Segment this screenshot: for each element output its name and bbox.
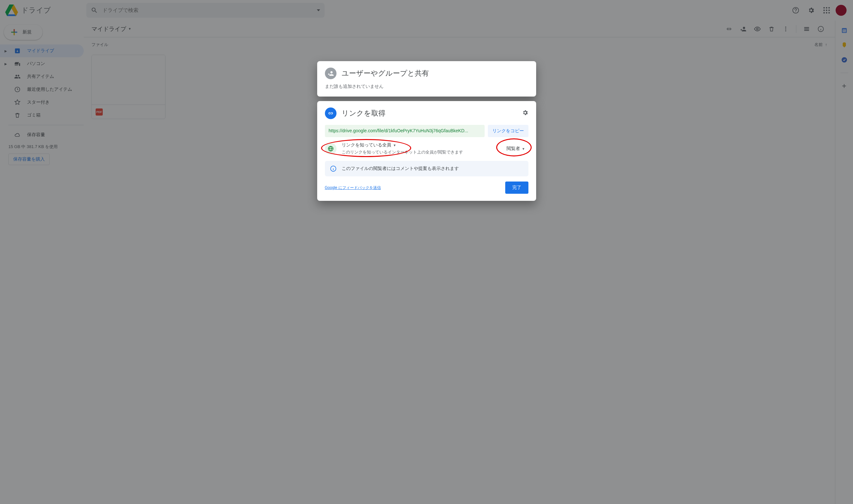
copy-link-button[interactable]: リンクをコピー: [488, 125, 529, 137]
get-link-card: リンクを取得 https://drive.google.com/file/d/1…: [317, 101, 536, 201]
person-add-icon: [325, 68, 337, 79]
share-subtitle: まだ誰も追加されていません: [325, 84, 529, 89]
viewer-info-text: このファイルの閲覧者にはコメントや提案も表示されます: [342, 166, 459, 172]
link-settings-icon[interactable]: [522, 109, 529, 117]
access-row: リンクを知っている全員 ▼ このリンクを知っているインターネット上の全員が閲覧で…: [325, 142, 529, 155]
access-scope-dropdown[interactable]: リンクを知っている全員 ▼: [342, 142, 463, 148]
info-icon: [330, 165, 337, 172]
globe-icon: [325, 143, 337, 155]
access-scope-description: このリンクを知っているインターネット上の全員が閲覧できます: [342, 149, 463, 155]
share-title: ユーザーやグループと共有: [342, 69, 429, 78]
role-label: 閲覧者: [507, 146, 520, 151]
role-dropdown[interactable]: 閲覧者 ▼: [503, 144, 529, 154]
chevron-down-icon: ▼: [522, 147, 525, 150]
get-link-title: リンクを取得: [342, 108, 386, 118]
done-button[interactable]: 完了: [505, 181, 529, 194]
share-dialog: ユーザーやグループと共有 まだ誰も追加されていません リンクを取得 https:…: [317, 61, 536, 201]
link-icon: [325, 108, 337, 119]
access-scope-label: リンクを知っている全員: [342, 142, 391, 148]
viewer-info-banner: このファイルの閲覧者にはコメントや提案も表示されます: [325, 161, 529, 176]
chevron-down-icon: ▼: [393, 144, 396, 147]
modal-scrim[interactable]: ユーザーやグループと共有 まだ誰も追加されていません リンクを取得 https:…: [0, 0, 853, 504]
feedback-link[interactable]: Google にフィードバックを送信: [325, 185, 381, 191]
share-url-display[interactable]: https://drive.google.com/file/d/1kfuOePr…: [325, 125, 485, 137]
share-people-card: ユーザーやグループと共有 まだ誰も追加されていません: [317, 61, 536, 96]
